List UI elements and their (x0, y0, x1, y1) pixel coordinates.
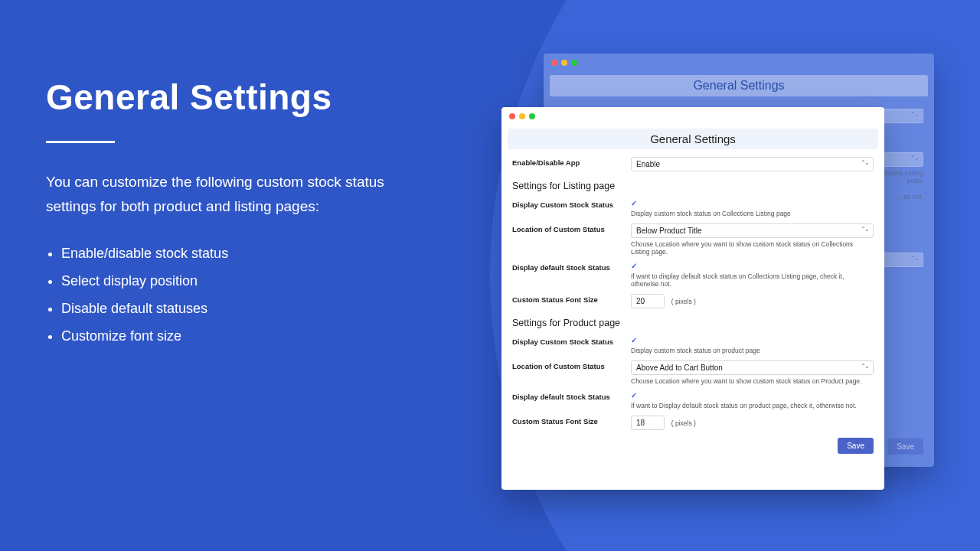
hero-bullet: Disable default statuses (61, 295, 406, 322)
section-listing-heading: Settings for Listing page (512, 174, 874, 196)
listing-font-input[interactable]: 20 (631, 294, 665, 308)
product-font-input[interactable]: 18 (631, 416, 665, 430)
product-display-default-checkbox[interactable]: ✓ (631, 391, 637, 399)
close-icon[interactable] (509, 113, 515, 119)
window-controls (501, 107, 884, 126)
hero-bullet: Select display position (61, 267, 406, 295)
product-display-default-hint: If want to Display default stock status … (631, 402, 874, 409)
section-product-heading: Settings for Product page (512, 311, 874, 333)
minimize-icon[interactable] (561, 60, 567, 66)
hero-divider (46, 141, 115, 143)
minimize-icon[interactable] (519, 113, 525, 119)
listing-font-unit: ( pixels ) (671, 298, 696, 305)
listing-display-default-label: Display default Stock Status (512, 262, 631, 272)
product-display-default-label: Display default Stock Status (512, 391, 631, 401)
listing-display-default-checkbox[interactable]: ✓ (631, 262, 637, 270)
window-title: General Settings (508, 129, 878, 149)
product-location-select[interactable]: Above Add to Cart Button (631, 360, 874, 375)
maximize-icon[interactable] (529, 113, 535, 119)
close-icon[interactable] (551, 60, 557, 66)
window-title: General Settings (550, 75, 928, 96)
product-font-unit: ( pixels ) (671, 419, 696, 427)
listing-location-label: Location of Custom Status (512, 223, 631, 233)
listing-display-default-hint: If want to display default stock status … (631, 272, 874, 288)
listing-location-hint: Choose Location where you want to show c… (631, 240, 874, 256)
product-display-custom-checkbox[interactable]: ✓ (631, 336, 637, 344)
enable-app-select[interactable]: Enable (631, 157, 874, 171)
product-location-hint: Choose Location where you want to show c… (631, 377, 874, 385)
listing-location-select[interactable]: Below Product Title (631, 223, 874, 238)
hero-bullet-list: Enable/disable stock status Select displ… (46, 240, 406, 350)
listing-font-label: Custom Status Font Size (512, 294, 631, 304)
hero-title: General Settings (46, 77, 406, 118)
settings-window-front: General Settings Enable/Disable App Enab… (501, 107, 884, 490)
listing-display-custom-label: Display Custom Stock Status (512, 199, 631, 209)
hero-copy: General Settings You can customize the f… (46, 77, 406, 350)
listing-display-custom-checkbox[interactable]: ✓ (631, 199, 637, 207)
save-button-back[interactable]: Save (887, 439, 923, 455)
maximize-icon[interactable] (571, 60, 577, 66)
product-display-custom-hint: Display custom stock status on product p… (631, 347, 874, 354)
listing-display-custom-hint: Display custom stock status on Collectio… (631, 210, 874, 217)
product-display-custom-label: Display Custom Stock Status (512, 336, 631, 346)
window-controls (544, 54, 934, 72)
hero-bullet: Enable/disable stock status (61, 240, 406, 267)
hero-lead: You can customize the following custom s… (46, 170, 406, 220)
save-button[interactable]: Save (838, 438, 874, 454)
enable-app-label: Enable/Disable App (512, 157, 631, 167)
product-location-label: Location of Custom Status (512, 360, 631, 370)
product-font-label: Custom Status Font Size (512, 416, 631, 425)
hero-bullet: Customize font size (61, 322, 406, 350)
